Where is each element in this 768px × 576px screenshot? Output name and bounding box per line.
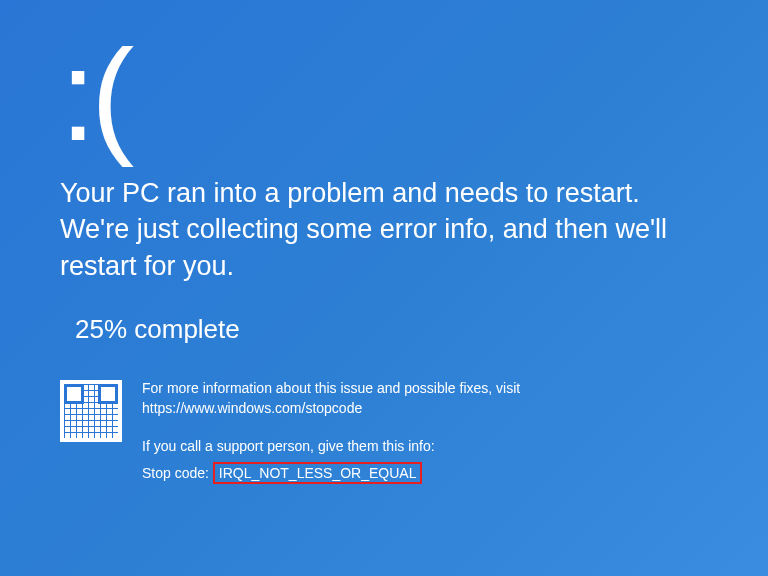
progress-text: 25% complete [75, 314, 718, 345]
bsod-screen: :( Your PC ran into a problem and needs … [0, 0, 768, 514]
stop-code-line: Stop code: IRQL_NOT_LESS_OR_EQUAL [142, 462, 520, 484]
support-info-text: If you call a support person, give them … [142, 438, 520, 454]
error-message: Your PC ran into a problem and needs to … [60, 175, 680, 284]
sad-face-icon: :( [60, 30, 718, 160]
more-info-text: For more information about this issue an… [142, 380, 520, 396]
stopcode-url: https://www.windows.com/stopcode [142, 400, 520, 416]
help-section: For more information about this issue an… [60, 380, 718, 484]
qr-code-icon [60, 380, 122, 442]
stop-code-value: IRQL_NOT_LESS_OR_EQUAL [213, 462, 423, 484]
help-text-block: For more information about this issue an… [142, 380, 520, 484]
stop-code-label: Stop code: [142, 465, 209, 481]
